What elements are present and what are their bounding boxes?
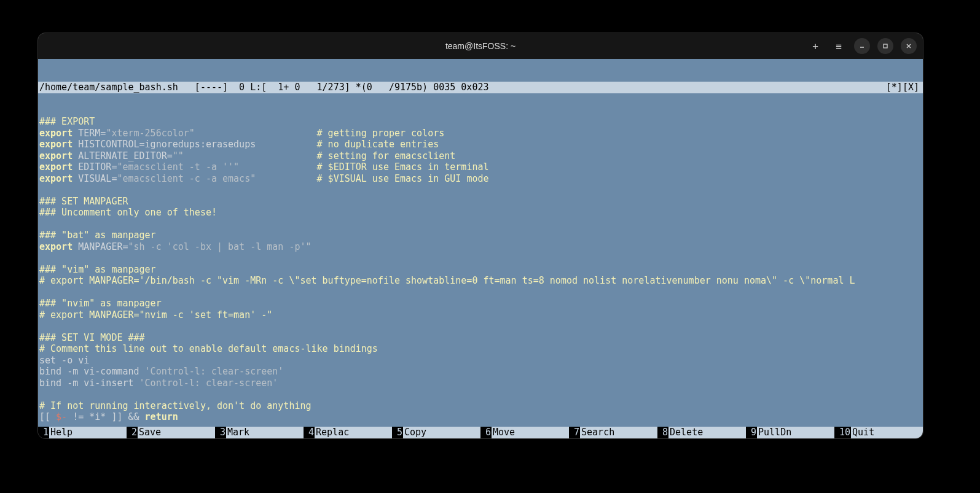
status-line: /home/team/sample_bash.sh [----] 0 L:[ 1… bbox=[38, 82, 923, 93]
code-line[interactable]: export HISTCONTROL=ignoredups:erasedups … bbox=[39, 139, 923, 150]
fkey-help[interactable]: 1Help bbox=[38, 427, 127, 438]
code-line[interactable]: export TERM="xterm-256color" # getting p… bbox=[39, 128, 923, 139]
fkey-delete[interactable]: 8Delete bbox=[657, 427, 746, 438]
code-line[interactable]: export EDITOR="emacsclient -t -a ''" # $… bbox=[39, 161, 923, 173]
code-line[interactable]: # If not running interactively, don't do… bbox=[39, 400, 923, 412]
fkey-label: Mark bbox=[226, 427, 304, 438]
fkey-number: 10 bbox=[834, 427, 851, 438]
close-button[interactable] bbox=[901, 38, 917, 54]
fkey-label: Search bbox=[580, 427, 657, 438]
code-line[interactable] bbox=[39, 252, 923, 264]
status-right: [*][X] bbox=[886, 82, 922, 93]
editor-area[interactable]: /home/team/sample_bash.sh [----] 0 L:[ 1… bbox=[38, 59, 923, 427]
code-line[interactable] bbox=[39, 389, 923, 400]
fkey-search[interactable]: 7Search bbox=[569, 427, 657, 438]
fkey-number: 2 bbox=[127, 427, 138, 438]
code-line[interactable]: export VISUAL="emacsclient -c -a emacs" … bbox=[39, 173, 923, 185]
fkey-label: Copy bbox=[403, 427, 480, 438]
code-line[interactable]: # Comment this line out to enable defaul… bbox=[39, 343, 923, 355]
fkey-label: Delete bbox=[668, 427, 746, 438]
code-line[interactable]: ### EXPORT bbox=[39, 116, 923, 128]
fkey-number: 6 bbox=[480, 427, 492, 438]
fkey-label: Save bbox=[138, 427, 215, 438]
window-controls: + ≡ bbox=[807, 33, 917, 59]
function-key-bar: 1Help2Save3Mark4Replac5Copy6Move7Search8… bbox=[38, 427, 923, 438]
code-line[interactable]: set -o vi bbox=[39, 355, 923, 367]
fkey-label: Quit bbox=[851, 427, 923, 438]
svg-rect-1 bbox=[884, 44, 887, 48]
code-line[interactable]: ### "nvim" as manpager bbox=[39, 298, 923, 309]
code-line[interactable]: bind -m vi-insert 'Control-l: clear-scre… bbox=[39, 378, 923, 389]
status-left: /home/team/sample_bash.sh [----] 0 L:[ 1… bbox=[39, 82, 489, 93]
code-line[interactable]: ### "vim" as manpager bbox=[39, 264, 923, 276]
code-line[interactable]: ### SET MANPAGER bbox=[39, 196, 923, 208]
fkey-label: PullDn bbox=[757, 427, 834, 438]
new-tab-icon[interactable]: + bbox=[807, 38, 823, 54]
fkey-pulldn[interactable]: 9PullDn bbox=[746, 427, 834, 438]
code-line[interactable]: bind -m vi-command 'Control-l: clear-scr… bbox=[39, 366, 923, 378]
fkey-mark[interactable]: 3Mark bbox=[215, 427, 304, 438]
code-line[interactable]: ### Uncomment only one of these! bbox=[39, 207, 923, 219]
fkey-number: 7 bbox=[569, 427, 580, 438]
code-line[interactable] bbox=[39, 219, 923, 230]
fkey-number: 3 bbox=[215, 427, 226, 438]
code-content[interactable]: ### EXPORTexport TERM="xterm-256color" #… bbox=[38, 116, 923, 427]
titlebar: team@ItsFOSS: ~ + ≡ bbox=[38, 33, 923, 59]
code-line[interactable]: export MANPAGER="sh -c 'col -bx | bat -l… bbox=[39, 241, 923, 253]
code-line[interactable] bbox=[39, 287, 923, 298]
fkey-save[interactable]: 2Save bbox=[127, 427, 215, 438]
fkey-number: 4 bbox=[304, 427, 315, 438]
code-line[interactable] bbox=[39, 320, 923, 332]
fkey-label: Replac bbox=[315, 427, 392, 438]
minimize-button[interactable] bbox=[854, 38, 870, 54]
code-line[interactable]: # export MANPAGER="nvim -c 'set ft=man' … bbox=[39, 309, 923, 321]
fkey-move[interactable]: 6Move bbox=[480, 427, 569, 438]
window-title: team@ItsFOSS: ~ bbox=[38, 41, 923, 51]
fkey-copy[interactable]: 5Copy bbox=[392, 427, 480, 438]
code-line[interactable]: [[ $- != *i* ]] && return bbox=[39, 411, 923, 423]
fkey-number: 9 bbox=[746, 427, 757, 438]
menu-icon[interactable]: ≡ bbox=[831, 38, 847, 54]
terminal-window: team@ItsFOSS: ~ + ≡ /home/team/sample_ba… bbox=[38, 33, 923, 438]
fkey-replac[interactable]: 4Replac bbox=[304, 427, 392, 438]
maximize-button[interactable] bbox=[877, 38, 893, 54]
code-line[interactable] bbox=[39, 184, 923, 196]
fkey-number: 5 bbox=[392, 427, 403, 438]
fkey-quit[interactable]: 10Quit bbox=[834, 427, 923, 438]
code-line[interactable]: ### "bat" as manpager bbox=[39, 230, 923, 241]
fkey-number: 1 bbox=[38, 427, 49, 438]
fkey-label: Move bbox=[492, 427, 569, 438]
code-line[interactable] bbox=[39, 423, 923, 427]
code-line[interactable]: export ALTERNATE_EDITOR="" # setting for… bbox=[39, 150, 923, 162]
code-line[interactable]: # export MANPAGER='/bin/bash -c "vim -MR… bbox=[39, 275, 923, 287]
code-line[interactable]: ### SET VI MODE ### bbox=[39, 332, 923, 344]
fkey-number: 8 bbox=[657, 427, 668, 438]
fkey-label: Help bbox=[49, 427, 127, 438]
